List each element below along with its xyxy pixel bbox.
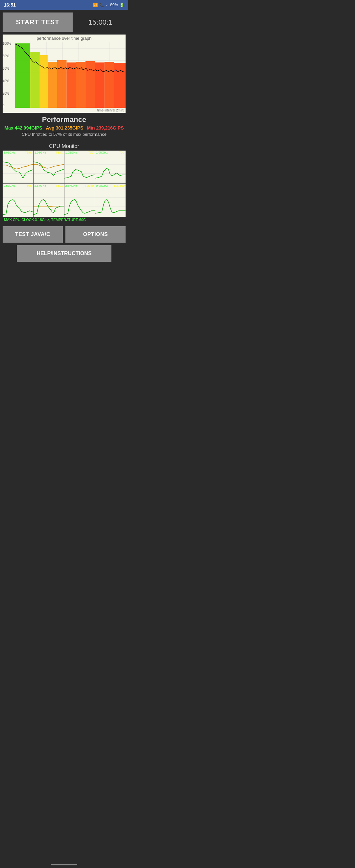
top-row: START TEST 15:00:1 [3,12,126,32]
status-time: 16:51 [4,2,16,7]
cpu-mini-graph-0 [3,155,33,183]
y-label-80: 80% [3,55,14,58]
svg-rect-40 [3,188,33,217]
performance-graph-container: performance over time graph 100% 80% 60%… [3,34,126,113]
bottom-buttons: TEST JAVA/C OPTIONS [3,226,126,243]
cpu-temp-1: T33C [56,151,63,154]
help-instructions-button[interactable]: HELP/INSTRUCTIONS [17,245,111,262]
cpu-cell-header-5: 2.57GHz T31C [34,184,64,188]
cpu-cell-header-4: 2.57GHz T0C [3,184,33,188]
cpu-temp-0: T35C [25,151,32,154]
y-label-60: 60% [3,67,14,70]
performance-chart [15,42,126,108]
cpu-freq-3: 1.05GHz [96,151,108,154]
cpu-freq-7: 0.98GHz [96,184,108,187]
svg-rect-28 [34,155,64,183]
cpu-cell-1: 1.05GHz T33C [34,151,64,183]
start-test-button[interactable]: START TEST [3,12,73,32]
cpu-freq-4: 2.57GHz [4,184,15,187]
y-axis-labels: 100% 80% 60% 40% 20% 0 [3,42,15,108]
throttle-text: CPU throttled to 57% of its max performa… [3,132,126,137]
help-btn-row: HELP/INSTRUCTIONS [3,245,126,262]
svg-point-23 [115,69,116,71]
y-label-40: 40% [3,80,14,83]
timer-display: 15:00:1 [75,18,126,27]
status-bar: 16:51 📶 📞 ⁙ 89% 🔋 [0,0,128,10]
cpu-mini-graph-3 [95,155,126,183]
status-icons: 📶 📞 ⁙ 89% 🔋 [93,3,124,7]
cpu-mini-graph-2 [64,155,95,183]
cpu-cell-6: 2.57GHz T-2730 [64,184,95,217]
cpu-cell-0: 1.05GHz T35C [3,151,33,183]
cpu-temp-4: T0C [27,184,32,187]
wifi-icon: 📶 [93,3,98,7]
cpu-freq-0: 1.05GHz [4,151,15,154]
stat-max: Max 442,994GIPS [4,125,42,130]
stat-avg: Avg 301,235GIPS [46,125,84,130]
call-icon: 📞 [99,3,104,7]
cpu-grid: 1.05GHz T35C [3,151,126,217]
stat-min: Min 239,216GIPS [87,125,124,130]
cpu-cell-header-7: 0.98GHz T-27300 [95,184,126,188]
cpu-temp-2: T0C [88,151,94,154]
cpu-cell-7: 0.98GHz T-27300 [95,184,126,217]
cpu-cell-4: 2.57GHz T0C [3,184,33,217]
cpu-mini-graph-5 [34,188,64,217]
svg-rect-32 [64,155,95,183]
svg-rect-24 [3,155,33,183]
time-label: time(interval 2min) [3,108,126,113]
svg-rect-44 [34,188,64,217]
performance-stats: Max 442,994GIPS Avg 301,235GIPS Min 239,… [3,125,126,130]
cpu-monitor-title: CPU Monitor [3,143,126,149]
cpu-cell-header-6: 2.57GHz T-2730 [64,184,95,188]
cpu-cell-5: 2.57GHz T31C [34,184,64,217]
cpu-mini-graph-6 [64,188,95,217]
cpu-temp-5: T31C [56,184,63,187]
cpu-freq-5: 2.57GHz [34,184,46,187]
cpu-freq-6: 2.57GHz [65,184,77,187]
performance-title: Performance [3,115,126,124]
cpu-cell-header-1: 1.05GHz T33C [34,151,64,155]
cpu-cell-header-2: 1.05GHz T0C [64,151,95,155]
svg-rect-16 [57,60,67,108]
cpu-mini-graph-4 [3,188,33,217]
cpu-cell-3: 1.05GHz T0C [95,151,126,183]
battery-icon: 🔋 [119,3,124,7]
cpu-temp-7: T-27300 [114,184,125,187]
cpu-freq-1: 1.05GHz [34,151,46,154]
signal-icon: ⁙ [105,3,109,7]
svg-rect-18 [76,62,86,108]
svg-rect-48 [64,188,95,217]
performance-section: Performance Max 442,994GIPS Avg 301,235G… [3,115,126,137]
graph-title: performance over time graph [3,34,126,42]
svg-rect-14 [40,55,48,108]
options-button[interactable]: OPTIONS [65,226,126,243]
cpu-mini-graph-1 [34,155,64,183]
svg-rect-12 [15,43,30,108]
cpu-max-info: MAX CPU CLOCK:3.18GHz, TEMPERATURE:60C [3,217,126,222]
cpu-cell-2: 1.05GHz T0C [64,151,95,183]
svg-rect-19 [86,61,95,108]
cpu-monitor-section: CPU Monitor 1.05GHz T35C [3,143,126,222]
test-java-c-button[interactable]: TEST JAVA/C [3,226,63,243]
svg-rect-20 [95,62,104,108]
cpu-temp-3: T0C [119,151,125,154]
svg-rect-17 [66,62,76,108]
cpu-temp-6: T-2730 [85,184,94,187]
cpu-mini-graph-7 [95,188,126,217]
battery-text: 89% [110,3,118,7]
y-label-100: 100% [3,42,14,45]
svg-rect-36 [95,155,126,183]
main-content: START TEST 15:00:1 performance over time… [0,10,128,265]
cpu-cell-header-3: 1.05GHz T0C [95,151,126,155]
graph-area: 100% 80% 60% 40% 20% 0 [3,42,126,108]
svg-rect-21 [104,62,114,108]
cpu-cell-header-0: 1.05GHz T35C [3,151,33,155]
y-label-20: 20% [3,92,14,95]
cpu-freq-2: 1.05GHz [65,151,77,154]
y-label-0: 0 [3,104,14,108]
